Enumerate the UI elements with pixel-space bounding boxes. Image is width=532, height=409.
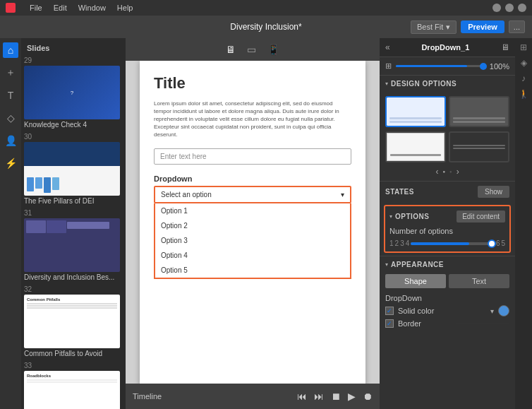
design-nav-prev[interactable]: ‹ xyxy=(435,167,438,177)
num-options-slider[interactable] xyxy=(411,242,495,245)
slider-6-label: 6 xyxy=(496,239,500,247)
tablet-view-button[interactable]: ▭ xyxy=(247,44,256,55)
slide-title-31: Diversity and Inclusion Bes... xyxy=(24,273,123,281)
add-tool[interactable]: ＋ xyxy=(3,65,18,81)
solid-color-checkbox[interactable] xyxy=(385,307,394,315)
slide-title-32: Common Pitfalls to Avoid xyxy=(24,350,123,357)
num-options-label: Number of options xyxy=(389,227,505,235)
slides-panel: Slides 29 ? Knowledge Check 4 30 xyxy=(21,38,126,409)
edit-content-button[interactable]: Edit content xyxy=(457,211,505,223)
design-option-3[interactable] xyxy=(385,131,446,162)
far-icon-4[interactable]: 🚶 xyxy=(519,89,529,99)
record-button[interactable]: ⏺ xyxy=(363,391,373,402)
slide-item-29[interactable]: 29 ? Knowledge Check 4 xyxy=(24,57,123,129)
slide-thumb-29[interactable]: ? xyxy=(24,66,120,119)
slide-thumb-31[interactable] xyxy=(24,218,120,272)
slide-item-33[interactable]: 33 Roadblocks Roadblocks in Implementi..… xyxy=(24,362,123,409)
desktop-view-button[interactable]: 🖥 xyxy=(226,44,236,55)
maximize-button[interactable] xyxy=(505,4,514,12)
preview-button[interactable]: Preview xyxy=(461,20,504,33)
slider-4-label: 4 xyxy=(406,239,410,247)
num-options-slider-row: 1 2 3 4 6 5 xyxy=(389,239,505,247)
dropdown-select[interactable]: Select an option ▾ xyxy=(154,186,351,203)
color-swatch[interactable] xyxy=(498,305,509,316)
dropdown-option-4[interactable]: Option 4 xyxy=(155,248,350,263)
slide-item-31[interactable]: 31 Diversity and Inclusion Bes... xyxy=(24,209,123,281)
border-line-preview xyxy=(456,323,509,324)
menu-file[interactable]: File xyxy=(30,4,42,12)
solid-color-label: Solid color xyxy=(398,307,486,315)
design-option-1[interactable] xyxy=(385,96,446,127)
slides-header: Slides xyxy=(24,41,123,57)
text-tab[interactable]: Text xyxy=(449,274,509,288)
slide-title-29: Knowledge Check 4 xyxy=(24,121,123,129)
dropdown-option-3[interactable]: Option 3 xyxy=(155,233,350,248)
slide-num-31: 31 xyxy=(24,209,123,217)
appearance-label: APPEARANCE xyxy=(391,261,444,268)
zoom-slider[interactable] xyxy=(396,65,485,67)
design-options-grid: ‹ ● ● › xyxy=(380,92,515,181)
dropdown-option-1[interactable]: Option 1 xyxy=(155,203,350,218)
slider-min-label: 1 xyxy=(389,239,394,247)
collapse-panel-icon[interactable]: « xyxy=(385,42,390,52)
menu-help[interactable]: Help xyxy=(117,4,133,12)
interaction-tool[interactable]: ⚡ xyxy=(3,155,18,171)
people-tool[interactable]: 👤 xyxy=(3,133,18,148)
far-icon-3[interactable]: ♪ xyxy=(521,73,526,83)
border-checkbox[interactable] xyxy=(385,319,394,328)
options-section: ▾ OPTIONS Edit content Number of options… xyxy=(384,205,511,253)
step-forward-button[interactable]: ⏭ xyxy=(314,391,324,402)
text-input-field[interactable]: Enter text here xyxy=(154,148,351,165)
text-tool[interactable]: T xyxy=(3,88,18,103)
panel-monitor-icon[interactable]: 🖥 xyxy=(501,42,509,52)
slide-thumb-33[interactable]: Roadblocks xyxy=(24,371,120,409)
window-controls xyxy=(492,4,526,12)
slide-title-text: Title xyxy=(154,74,351,93)
rewind-button[interactable]: ⏮ xyxy=(297,391,307,402)
dropdown-arrow-icon: ▾ xyxy=(341,191,344,198)
zoom-row: ⊞ 100% xyxy=(380,57,515,76)
close-button[interactable] xyxy=(518,4,526,12)
minimize-button[interactable] xyxy=(492,4,501,12)
slide-title-30: The Five Pillars of DEI xyxy=(24,197,123,205)
slide-thumb-32[interactable]: Common Pitfalls xyxy=(24,295,120,348)
dropdown-option-2[interactable]: Option 2 xyxy=(155,218,350,233)
appearance-header[interactable]: ▾ APPEARANCE xyxy=(385,261,509,268)
best-fit-button[interactable]: Best Fit ▾ xyxy=(411,20,457,34)
show-states-button[interactable]: Show xyxy=(478,186,509,198)
design-option-2[interactable] xyxy=(449,96,509,127)
menu-edit[interactable]: Edit xyxy=(54,4,67,12)
dropdown-option-5[interactable]: Option 5 xyxy=(155,263,350,278)
timeline-bar: Timeline ⏮ ⏭ ⏹ ▶ ⏺ xyxy=(126,384,380,409)
canvas-toolbar: 🖥 ▭ 📱 xyxy=(126,38,380,61)
shapes-tool[interactable]: ◇ xyxy=(3,110,18,126)
design-option-4[interactable] xyxy=(449,131,509,162)
play-button[interactable]: ▶ xyxy=(348,391,356,402)
options-header: ▾ OPTIONS Edit content xyxy=(389,211,505,223)
far-icon-1[interactable]: ⊞ xyxy=(520,42,527,52)
states-label: STATES xyxy=(385,188,414,196)
slide-thumb-30[interactable] xyxy=(24,142,120,196)
home-tool[interactable]: ⌂ xyxy=(3,42,18,58)
num-slider-thumb[interactable] xyxy=(488,239,496,248)
mobile-view-button[interactable]: 📱 xyxy=(267,44,279,55)
design-nav: ‹ ● ● › xyxy=(385,167,509,177)
solid-color-dropdown-icon[interactable]: ▾ xyxy=(490,307,494,315)
stop-button[interactable]: ⏹ xyxy=(331,391,341,402)
more-button[interactable]: ... xyxy=(509,20,525,33)
slide-item-30[interactable]: 30 The Five Pillars of DEI xyxy=(24,133,123,205)
slide-num-29: 29 xyxy=(24,57,123,64)
menu-bar: File Edit Window Help xyxy=(0,0,532,16)
shape-tab[interactable]: Shape xyxy=(385,274,446,288)
slide-canvas: Title Lorem ipsum dolor sit amet, consec… xyxy=(140,61,365,384)
design-grid-2 xyxy=(385,131,509,162)
dropdown-options-list: Option 1 Option 2 Option 3 Option 4 Opti… xyxy=(154,203,351,279)
menu-window[interactable]: Window xyxy=(78,4,106,12)
design-options-header[interactable]: ▾ DESIGN OPTIONS xyxy=(380,76,515,92)
far-icon-2[interactable]: ◈ xyxy=(521,58,527,68)
chevron-down-icon: ▾ xyxy=(446,23,450,32)
right-panel-header: « DropDown_1 🖥 xyxy=(380,38,515,57)
zoom-slider-thumb[interactable] xyxy=(480,63,487,70)
design-nav-next[interactable]: › xyxy=(457,167,459,177)
slide-item-32[interactable]: 32 Common Pitfalls Common Pitfalls to Av… xyxy=(24,285,123,357)
